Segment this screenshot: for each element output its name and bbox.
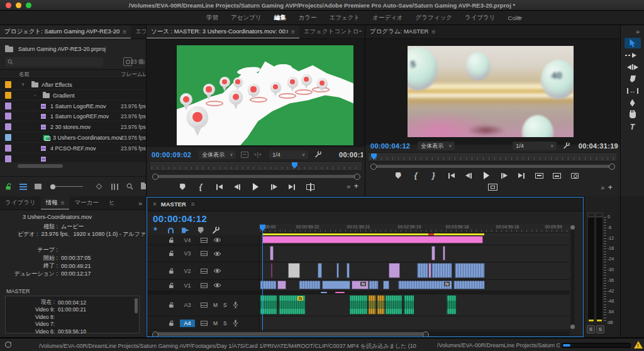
timeline-clip[interactable] [349, 295, 368, 315]
tools-overflow-icon[interactable]: » [636, 28, 640, 35]
project-item-row[interactable]: 1 Saturn LogoRE.mov23.976 fps [0, 101, 146, 111]
track-name[interactable]: V1 [180, 282, 195, 289]
track-lock-icon[interactable] [169, 320, 174, 326]
project-search-box[interactable] [5, 57, 103, 67]
tab-effects[interactable]: エフェクト [131, 25, 146, 39]
project-item-row[interactable]: 2 30 stores.mov23.976 fps [0, 121, 146, 132]
track-lane-V1[interactable]: fxfx [260, 280, 570, 291]
program-scrubber[interactable] [369, 152, 616, 162]
track-lock-icon[interactable] [169, 268, 174, 274]
panel-menu-icon[interactable]: ≡ [123, 28, 126, 35]
timeline-clip[interactable] [453, 281, 485, 289]
track-visibility-eye-icon[interactable] [213, 282, 221, 288]
tab-info[interactable]: 情報≡ [41, 196, 70, 210]
track-header-V3[interactable]: V3 [147, 245, 260, 262]
timeline-clip[interactable] [270, 263, 273, 278]
label-color-chip[interactable] [5, 123, 11, 130]
project-writable-icon[interactable] [5, 183, 12, 191]
track-visibility-eye-icon[interactable] [213, 251, 221, 257]
play-button[interactable] [479, 170, 494, 181]
mark-in-button[interactable]: { [193, 182, 209, 192]
mark-in-button[interactable]: { [408, 170, 423, 181]
zoom-slider[interactable] [54, 186, 83, 187]
project-item-row[interactable]: 4 PCSO-REF.mov23.976 fps [0, 143, 146, 153]
sync-lock-icon[interactable] [201, 303, 208, 308]
warning-icon[interactable]: ! [634, 341, 643, 348]
sync-lock-icon[interactable] [201, 283, 208, 288]
column-frame-rate[interactable]: フレームレート [121, 71, 146, 79]
lift-button[interactable] [532, 170, 547, 181]
timeline-ruler[interactable]: :00:0000:00:59:2200:01:59:2100:02:59:190… [260, 224, 570, 233]
track-lane-A3[interactable]: fx [260, 294, 570, 316]
workspace-tab-4[interactable]: カラー [299, 14, 317, 22]
track-visibility-eye-icon[interactable] [213, 268, 221, 274]
step-forward-button[interactable] [497, 170, 512, 181]
solo-button[interactable]: S [223, 302, 227, 308]
go-to-out-button[interactable] [514, 170, 530, 181]
track-select-forward-tool[interactable] [625, 50, 641, 60]
project-item-row[interactable]: 1 Saturn LogoREF.mov23.976 fps [0, 111, 146, 121]
column-name[interactable]: 名前 [19, 71, 30, 79]
disclosure-caret-icon[interactable]: ＞ [33, 92, 37, 99]
timeline-clip[interactable] [404, 295, 414, 315]
track-name[interactable]: A4 [180, 320, 195, 327]
timeline-clip[interactable] [431, 246, 435, 260]
panel-overflow-icon[interactable]: » [138, 199, 142, 207]
crosshair-icon[interactable]: +|+ [253, 152, 262, 158]
project-item-row[interactable] [0, 153, 146, 162]
project-list-header[interactable]: 名前 フレームレート [0, 69, 146, 79]
track-lock-icon[interactable] [169, 282, 174, 289]
automate-to-sequence-button[interactable] [111, 184, 119, 190]
track-header-V2[interactable]: V2 [147, 262, 260, 280]
sequence-tab[interactable]: MASTER [161, 201, 186, 208]
scrollbar-handle[interactable] [153, 332, 428, 336]
timeline-clip[interactable]: fx [279, 295, 306, 315]
mute-button[interactable]: M [213, 302, 218, 308]
tab-history[interactable]: ヒストリー [104, 196, 120, 210]
track-name[interactable]: A3 [180, 302, 195, 308]
track-lock-icon[interactable] [169, 302, 174, 308]
timeline-clip[interactable] [385, 295, 402, 315]
timeline-clip[interactable] [299, 281, 321, 289]
export-frame-button[interactable] [567, 170, 582, 181]
track-name[interactable]: V2 [180, 268, 195, 274]
panel-menu-icon[interactable]: ≡ [61, 199, 65, 206]
source-playhead[interactable] [292, 162, 297, 169]
workspace-tab-6[interactable]: オーディオ [372, 14, 402, 22]
add-marker-button[interactable] [391, 170, 406, 181]
timeline-clip[interactable] [389, 263, 400, 278]
voiceover-mic-icon[interactable] [233, 320, 238, 327]
add-marker-icon[interactable] [196, 226, 205, 235]
label-color-chip[interactable] [5, 81, 11, 88]
info-scrollbar[interactable] [135, 298, 138, 313]
timeline-clip[interactable] [288, 263, 300, 278]
razor-tool[interactable] [625, 74, 641, 84]
source-scrubber[interactable] [150, 161, 362, 171]
label-color-chip[interactable] [5, 92, 11, 99]
insert-overwrite-source-icon[interactable]: * [151, 226, 160, 235]
comparison-view-icon[interactable] [488, 184, 497, 191]
timeline-current-timecode[interactable]: 00:00:04:12 [153, 213, 207, 224]
tab-libraries[interactable]: ライブラリ [0, 196, 41, 210]
program-zoom-select[interactable]: 全体表示∨ [418, 142, 455, 150]
program-more-buttons[interactable]: »+ [601, 182, 613, 192]
solo-button[interactable]: S [223, 320, 227, 326]
timeline-clip[interactable]: fx [398, 281, 452, 289]
list-view-button[interactable] [19, 184, 27, 190]
track-lane-A4[interactable] [260, 316, 570, 330]
timeline-clip[interactable] [417, 263, 428, 278]
mark-out-button[interactable]: } [426, 170, 441, 181]
timeline-clip[interactable] [322, 281, 350, 289]
label-color-chip[interactable] [5, 155, 11, 162]
go-to-in-button[interactable] [443, 170, 458, 181]
hand-tool[interactable] [625, 109, 641, 120]
track-name[interactable]: V3 [180, 250, 195, 257]
track-header-A4[interactable]: A4MS [147, 316, 260, 330]
timeline-clip[interactable] [431, 263, 452, 278]
step-back-button[interactable] [461, 170, 476, 181]
timeline-clip[interactable] [377, 295, 385, 315]
timeline-clip[interactable] [383, 281, 389, 289]
timeline-clip[interactable] [347, 263, 350, 278]
ripple-edit-tool[interactable] [625, 62, 641, 72]
step-forward-button[interactable] [266, 182, 282, 192]
